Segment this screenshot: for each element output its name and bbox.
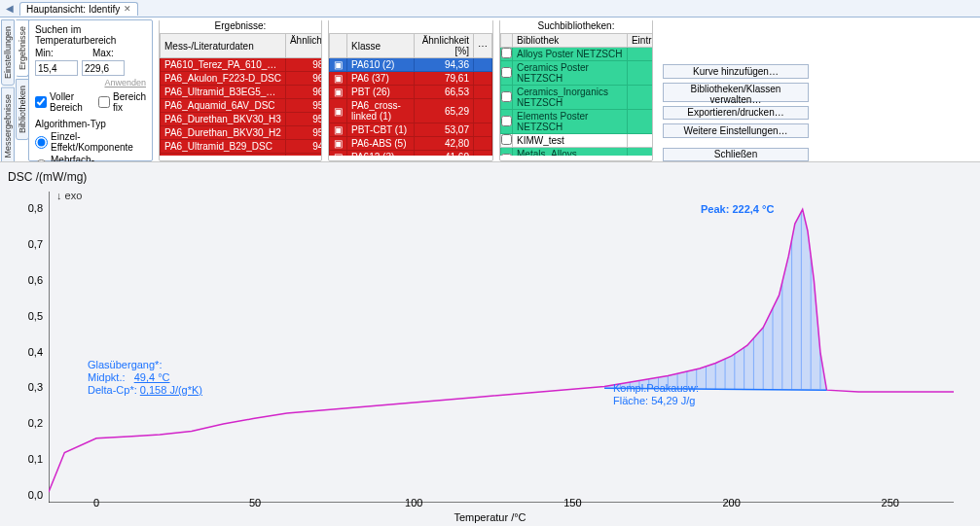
meas-col2[interactable]: Ähnlichkeit [%] <box>285 34 321 58</box>
table-row[interactable]: ▣PA610 (2)94,36 <box>330 58 492 72</box>
y-tick: 0,8 <box>21 202 43 214</box>
lib-row-check[interactable] <box>501 67 512 78</box>
library-title: Suchbibliotheken: <box>500 19 652 32</box>
algo-title: Algorithmen-Typ <box>35 119 146 129</box>
apply-link[interactable]: Anwenden <box>35 78 146 88</box>
library-group: Suchbibliotheken: BibliothekEinträge⋯ Al… <box>499 19 653 161</box>
min-input[interactable] <box>35 60 78 76</box>
table-row[interactable]: ▣PA612 (3)41,60 <box>330 151 492 157</box>
klasse-col2[interactable]: Ähnlichkeit [%] <box>414 34 473 58</box>
close-icon[interactable]: ✕ <box>124 4 131 14</box>
klasse-col1[interactable]: Klasse <box>347 34 415 58</box>
chart-area[interactable]: DSC /(mW/mg) ↓ exo Temperatur /°C 0,00,1… <box>0 161 980 526</box>
lib-row-check[interactable] <box>501 154 512 157</box>
table-row[interactable]: ▣PBT (26)66,53 <box>330 86 492 99</box>
results-group-2: KlasseÄhnlichkeit [%]⋯ ▣PA610 (2)94,36▣P… <box>328 19 493 161</box>
y-tick: 0,2 <box>21 417 43 429</box>
x-tick: 0 <box>93 497 99 508</box>
top-controls: Einstellungen Messergebnisse Ergebnisse … <box>0 18 980 161</box>
table-row[interactable]: KIMW_test2 <box>501 134 653 148</box>
export-print-button[interactable]: Exportieren/drucken… <box>663 106 809 121</box>
lib-col1[interactable]: Bibliothek <box>513 34 628 48</box>
tab-strip: ◀ Hauptansicht: Identify ✕ <box>0 0 980 18</box>
table-row[interactable]: Alloys Poster NETZSCH42 <box>501 48 653 61</box>
table-row[interactable]: PA6_Ultramid_B3EG5_…96,51 <box>161 86 322 99</box>
y-tick: 0,1 <box>21 453 43 465</box>
table-row[interactable]: PA6_Durethan_BKV30_H395,28 <box>161 113 322 126</box>
results-group-1: Ergebnisse: Mess-/LiteraturdatenÄhnlichk… <box>159 19 322 161</box>
results-title: Ergebnisse: <box>160 19 321 32</box>
x-tick: 100 <box>405 497 422 508</box>
search-panel: Suchen im Temperaturbereich Min: Max: An… <box>28 19 153 161</box>
bereich-fix-check[interactable] <box>98 96 110 108</box>
peak-annotation: Peak: 222,4 °C <box>701 203 774 216</box>
table-row[interactable]: PA6_Akulon_F223-D_DSC96,81 <box>161 72 322 86</box>
dsc-plot <box>49 192 954 503</box>
x-axis-label: Temperatur /°C <box>454 511 526 523</box>
vertical-tabs: Einstellungen Messergebnisse Ergebnisse … <box>0 19 29 161</box>
y-tick: 0,0 <box>21 489 43 501</box>
max-input[interactable] <box>82 60 125 76</box>
table-row[interactable]: PA610_Terez_PA_610_…98,47 <box>161 58 322 72</box>
tab-prev-icon[interactable]: ◀ <box>2 3 18 14</box>
bereichfix-label: Bereich fix <box>113 91 146 113</box>
meas-table[interactable]: Mess-/LiteraturdatenÄhnlichkeit [%]⋯ PA6… <box>160 33 321 156</box>
vtab-messergebnisse[interactable]: Messergebnisse <box>1 88 15 165</box>
table-row[interactable]: PA6_Altech_PA6_A_20…93,64 <box>161 154 322 157</box>
lib-row-check[interactable] <box>501 91 512 102</box>
search-title: Suchen im Temperaturbereich <box>35 24 146 46</box>
klasse-table[interactable]: KlasseÄhnlichkeit [%]⋯ ▣PA610 (2)94,36▣P… <box>329 33 492 156</box>
y-tick: 0,6 <box>21 274 43 286</box>
voller-bereich-check[interactable] <box>35 96 47 108</box>
y-tick: 0,7 <box>21 238 43 250</box>
add-curve-button[interactable]: Kurve hinzufügen… <box>663 64 809 79</box>
max-label: Max: <box>92 48 114 58</box>
lib-col2[interactable]: Einträge <box>627 34 652 48</box>
table-row[interactable]: Ceramics_Inorganics NETZSCH255 <box>501 86 653 110</box>
lib-row-check[interactable] <box>501 134 512 145</box>
table-row[interactable]: PA6_Durethan_BKV30_H295,02 <box>161 126 322 140</box>
table-row[interactable]: ▣PA6_cross-linked (1)65,29 <box>330 99 492 123</box>
x-tick: 250 <box>882 497 899 508</box>
voller-label: Voller Bereich <box>50 91 91 113</box>
table-row[interactable]: Elements Poster NETZSCH104 <box>501 110 653 134</box>
lib-row-check[interactable] <box>501 48 512 58</box>
table-row[interactable]: ▣PA6 (37)79,61 <box>330 72 492 86</box>
min-label: Min: <box>35 48 54 58</box>
x-tick: 200 <box>722 497 740 508</box>
table-row[interactable]: Ceramics Poster NETZSCH32 <box>501 61 653 86</box>
close-button[interactable]: Schließen <box>663 148 809 162</box>
manage-libraries-button[interactable]: Bibliotheken/Klassen verwalten… <box>663 83 809 102</box>
x-tick: 150 <box>563 497 581 508</box>
button-column: Kurve hinzufügen… Bibliotheken/Klassen v… <box>663 19 809 161</box>
kompl-annotation: Kompl.Peakausw: Fläche: 54,29 J/g <box>613 382 699 407</box>
klasse-col-menu[interactable]: ⋯ <box>474 34 492 58</box>
y-axis-label: DSC /(mW/mg) <box>8 170 87 184</box>
vtab-einstellungen[interactable]: Einstellungen <box>1 19 15 86</box>
x-tick: 50 <box>249 497 261 508</box>
table-row[interactable]: Metals_Alloys NETZSCH135 <box>501 148 653 157</box>
tab-title: Hauptansicht: Identify <box>26 4 120 15</box>
more-settings-button[interactable]: Weitere Einstellungen… <box>663 123 809 138</box>
meas-col1[interactable]: Mess-/Literaturdaten <box>161 34 286 58</box>
vtab-bibliotheken[interactable]: Bibliotheken <box>16 79 29 140</box>
table-row[interactable]: PA6_Aquamid_6AV_DSC95,42 <box>161 99 322 113</box>
y-tick: 0,4 <box>21 346 43 358</box>
algo-einzel-label: Einzel-Effekt/Komponente <box>51 131 146 153</box>
table-row[interactable]: PA6_Ultramid_B29_DSC94,54 <box>161 140 322 154</box>
table-row[interactable]: ▣PA6-ABS (5)42,80 <box>330 137 492 151</box>
lib-table[interactable]: BibliothekEinträge⋯ Alloys Poster NETZSC… <box>500 33 652 156</box>
vtab-ergebnisse[interactable]: Ergebnisse <box>16 19 29 77</box>
algo-einzel-radio[interactable] <box>35 136 48 149</box>
y-tick: 0,5 <box>21 310 43 322</box>
y-tick: 0,3 <box>21 381 43 393</box>
glass-annotation: Glasübergang*: Midpkt.: 49,4 °C Delta-Cp… <box>88 359 202 397</box>
table-row[interactable]: ▣PBT-CBT (1)53,07 <box>330 123 492 137</box>
main-tab[interactable]: Hauptansicht: Identify ✕ <box>19 2 138 16</box>
lib-row-check[interactable] <box>501 116 512 126</box>
